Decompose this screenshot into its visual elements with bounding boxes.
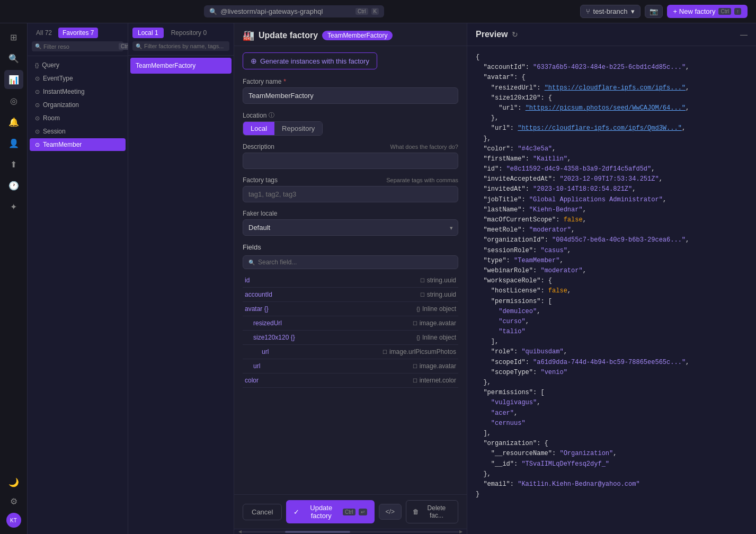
editor-scrollbar-x[interactable]: ◀ ▶ — [234, 529, 467, 534]
location-label-row: Location ⓘ — [243, 111, 458, 119]
field-row-color: color ☐ internet.color — [243, 373, 458, 388]
description-input[interactable] — [243, 153, 458, 169]
search-bar[interactable]: 🔍 @livestorm/api-gateways-graphql Ctrl K — [204, 5, 384, 17]
json-key-meetrole: "meetRole" — [476, 226, 521, 234]
branch-chevron-icon: ▾ — [631, 7, 635, 15]
json-val-role: "quibusdam" — [521, 348, 563, 355]
json-val-resizedurl[interactable]: "https://cloudflare-ipfs.com/ipfs..." — [545, 84, 686, 92]
update-factory-button[interactable]: ✓ Update factory Ctrl ↵ — [286, 500, 374, 523]
tab-all[interactable]: All 72 — [32, 28, 56, 38]
sidebar: ⊞ 🔍 📊 ◎ 🔔 👤 ⬆ 🕐 ✦ 🌙 ⚙ KT — [0, 23, 28, 534]
factory-tab-local[interactable]: Local 1 — [132, 28, 164, 38]
sidebar-icon-avatar[interactable]: KT — [6, 513, 21, 528]
scroll-thumb — [285, 531, 350, 533]
json-key-size120x120: "size120x120" — [476, 94, 540, 102]
resource-filter-input[interactable] — [43, 43, 117, 50]
camera-button[interactable]: 📷 — [645, 5, 663, 18]
json-val-hostlicense: false — [548, 287, 567, 295]
faker-group: Faker locale Default en fr de ▾ — [243, 210, 458, 236]
resource-item-teammember[interactable]: ⊙ TeamMember — [30, 138, 126, 151]
resource-item-organization[interactable]: ⊙ Organization — [30, 99, 126, 111]
factory-filter[interactable]: 🔍 — [132, 41, 229, 51]
json-key-inviteacceptedat: "inviteAcceptedAt" — [476, 175, 552, 183]
scroll-track[interactable] — [242, 531, 459, 533]
resource-item-instantmeeting[interactable]: ⊙ InstantMeeting — [30, 85, 126, 98]
sidebar-icon-settings[interactable]: ⚙ — [4, 492, 23, 511]
factory-filter-input[interactable] — [144, 43, 226, 49]
field-row-avatar: avatar {} {} Inline object — [243, 302, 458, 316]
tab-favorites[interactable]: Favorites 7 — [58, 28, 98, 38]
factory-item-teammemberfactory[interactable]: TeamMemberFactory — [130, 58, 232, 74]
editor-footer: Cancel ✓ Update factory Ctrl ↵ </> 🗑 Del… — [234, 494, 467, 529]
generate-instances-button[interactable]: ⊕ Generate instances with this factory — [243, 52, 377, 69]
required-marker: * — [283, 78, 286, 85]
json-key-webinarrole: "webinarRole" — [476, 267, 533, 274]
resource-label: EventType — [43, 75, 73, 82]
search-kbd1: Ctrl — [355, 8, 368, 15]
sidebar-icon-time[interactable]: 🕐 — [4, 176, 23, 195]
json-val-email: "Kaitlin.Kiehn-Bednar@yahoo.com" — [518, 480, 639, 488]
refresh-icon[interactable]: ↻ — [512, 30, 518, 39]
json-key-color: "color" — [476, 145, 510, 153]
sidebar-icon-network[interactable]: ✦ — [4, 197, 23, 216]
resource-item-room[interactable]: ⊙ Room — [30, 112, 126, 124]
sidebar-icon-camera[interactable]: ◎ — [4, 91, 23, 110]
location-local-tab[interactable]: Local — [243, 122, 274, 135]
location-repo-tab[interactable]: Repository — [274, 122, 322, 135]
field-search[interactable]: 🔍 — [243, 255, 458, 269]
resource-item-query[interactable]: {} Query — [30, 59, 126, 72]
json-val-lastname: "Kiehn-Bednar" — [529, 206, 583, 213]
tags-input[interactable] — [243, 186, 458, 202]
field-icon-resizedurl: ☐ — [413, 321, 417, 326]
code-button[interactable]: </> — [379, 504, 402, 520]
factory-tab-repo[interactable]: Repository 0 — [166, 28, 212, 38]
field-type-avatar: {} Inline object — [416, 305, 456, 313]
field-type-url-nested: ☐ image.urlPicsumPhotos — [383, 348, 456, 355]
factory-name-input[interactable] — [243, 87, 458, 104]
preview-minimize-icon[interactable]: — — [740, 30, 748, 39]
cancel-button[interactable]: Cancel — [243, 504, 282, 520]
json-val-acer: "acer" — [476, 410, 514, 417]
sidebar-icon-search[interactable]: 🔍 — [4, 49, 23, 68]
json-val-curso: "curso" — [476, 318, 526, 325]
check-icon: ✓ — [293, 508, 299, 516]
json-val-talio: "talio" — [476, 328, 526, 335]
fields-label: Fields — [243, 243, 458, 251]
json-val-url[interactable]: "https://cloudflare-ipfs.com/ipfs/Qmd3W.… — [518, 124, 682, 132]
sidebar-icon-notifications[interactable]: 🔔 — [4, 112, 23, 131]
json-val-url-nested[interactable]: "https://picsum.photos/seed/WwCAJOM/64..… — [526, 104, 686, 112]
json-key-type: "type" — [476, 257, 506, 264]
field-icon-url-nested: ☐ — [383, 349, 387, 355]
field-search-input[interactable] — [258, 259, 452, 266]
delete-factory-button[interactable]: 🗑 Delete fac... — [406, 500, 458, 523]
tags-group: Factory tags Separate tags with commas — [243, 176, 458, 202]
branch-button[interactable]: ⑂ test-branch ▾ — [580, 5, 641, 18]
json-key-jobtitle: "jobTitle" — [476, 196, 521, 203]
json-key-scopeid: "scopeId" — [476, 359, 526, 366]
sidebar-icon-theme[interactable]: 🌙 — [4, 473, 23, 492]
json-val-meetrole: "moderator" — [529, 226, 571, 234]
sidebar-icon-upload[interactable]: ⬆ — [4, 155, 23, 174]
resource-item-eventtype[interactable]: ⊙ EventType — [30, 72, 126, 85]
resource-list: {} Query ⊙ EventType ⊙ InstantMeeting ⊙ … — [28, 56, 128, 534]
search-text: @livestorm/api-gateways-graphql — [220, 7, 352, 15]
json-key-workspacerole: "workspaceRole" — [476, 277, 540, 284]
json-key-id2: "__id" — [476, 460, 514, 468]
resource-label: Session — [43, 128, 66, 135]
faker-locale-select[interactable]: Default en fr de — [243, 219, 458, 236]
resource-filter-row[interactable]: 🔍 Ctrl E — [32, 41, 123, 51]
tags-hint: Separate tags with commas — [386, 177, 458, 183]
field-icon-url: ☐ — [413, 363, 417, 369]
new-factory-button[interactable]: + New factory Ctrl ↑ — [667, 5, 748, 18]
field-icon-id: ☐ — [420, 278, 425, 283]
resource-item-session[interactable]: ⊙ Session — [30, 125, 126, 138]
organization-icon: ⊙ — [35, 102, 40, 109]
factory-name-group: Factory name * — [243, 78, 458, 104]
json-val-organizationid: "004d55c7-be6a-40c9-b6b3-29cea6..." — [552, 236, 686, 244]
sidebar-icon-home[interactable]: ⊞ — [4, 28, 23, 47]
sidebar-icon-users[interactable]: 👤 — [4, 134, 23, 153]
sidebar-icon-data[interactable]: 📊 — [4, 70, 23, 89]
description-hint: What does the factory do? — [390, 144, 458, 150]
resource-tabs-row: All 72 Favorites 7 — [32, 28, 123, 38]
scroll-right-arrow[interactable]: ▶ — [459, 529, 463, 534]
